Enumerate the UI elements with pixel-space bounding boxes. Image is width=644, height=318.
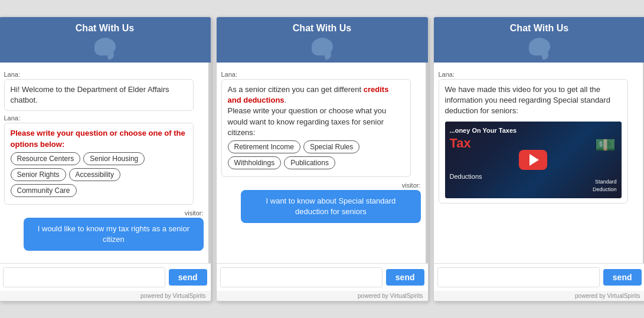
chat-widgets-container: Chat With Us Lana: Hi! Welcome to the De… bbox=[0, 17, 644, 301]
send-button-2[interactable]: send bbox=[386, 269, 424, 286]
lana-label-1b: Lana: bbox=[4, 114, 204, 122]
video-deductions-label: Deductions bbox=[450, 172, 482, 181]
chat-input-3[interactable] bbox=[437, 267, 600, 287]
chat-icon-1 bbox=[93, 36, 117, 57]
lana-bubble-3a: We have made this video for you to get a… bbox=[439, 79, 628, 204]
option-accessibility[interactable]: Accessibility bbox=[69, 168, 120, 181]
video-thumbnail[interactable]: ...oney On Your Taxes Tax Deductions 💵 S… bbox=[445, 122, 622, 198]
lana-label-2a: Lana: bbox=[221, 71, 421, 78]
option-withholdings[interactable]: Withholdings bbox=[228, 156, 282, 169]
chat-widget-3: Chat With Us Lana: We have made this vid… bbox=[433, 17, 645, 301]
chat-header-title-2: Chat With Us bbox=[293, 23, 351, 34]
lana-text-1a: Hi! Welcome to the Department of Elder A… bbox=[11, 85, 169, 104]
chat-header-2: Chat With Us bbox=[217, 17, 428, 63]
option-community-care[interactable]: Community Care bbox=[11, 184, 77, 197]
option-senior-housing[interactable]: Senior Housing bbox=[83, 152, 145, 165]
chat-header-1: Chat With Us bbox=[0, 17, 211, 63]
option-senior-rights[interactable]: Senior Rights bbox=[11, 168, 66, 181]
lana-label-1a: Lana: bbox=[4, 71, 204, 78]
chat-input-2[interactable] bbox=[220, 267, 383, 287]
chat-bubble-icon-2 bbox=[312, 38, 333, 55]
send-button-1[interactable]: send bbox=[169, 269, 207, 286]
chat-header-title-1: Chat With Us bbox=[76, 23, 134, 34]
lana-bubble-1a: Hi! Welcome to the Department of Elder A… bbox=[4, 79, 194, 111]
visitor-label-1: visitor: bbox=[4, 209, 204, 217]
lana-text-2a: As a senior citizen you can get differen… bbox=[228, 85, 389, 137]
chat-body-1: Lana: Hi! Welcome to the Department of E… bbox=[0, 63, 211, 263]
lana-text-3a: We have made this video for you to get a… bbox=[445, 85, 610, 115]
chat-input-area-1: send bbox=[0, 263, 211, 291]
powered-by-2: powered by VirtualSpirits bbox=[217, 291, 428, 301]
visitor-text-2: I want to know about Special standard de… bbox=[266, 196, 396, 216]
chat-header-title-3: Chat With Us bbox=[510, 23, 568, 34]
option-publications[interactable]: Publications bbox=[284, 156, 335, 169]
visitor-bubble-2: I want to know about Special standard de… bbox=[241, 190, 420, 223]
video-tax-label: Tax bbox=[450, 135, 471, 153]
option-resource-centers[interactable]: Resource Centers bbox=[11, 152, 81, 165]
options-row-2: Retirement Income Special Rules Withhold… bbox=[228, 140, 404, 169]
chat-widget-1: Chat With Us Lana: Hi! Welcome to the De… bbox=[0, 17, 211, 301]
visitor-bubble-1: I would like to know my tax rights as a … bbox=[24, 218, 203, 251]
video-money-icon: 💵 bbox=[595, 133, 616, 156]
chat-icon-2 bbox=[310, 36, 334, 57]
chat-bubble-icon-1 bbox=[94, 38, 116, 55]
video-standard-label: StandardDeduction bbox=[593, 178, 617, 193]
chat-bubble-icon-3 bbox=[529, 38, 550, 55]
option-retirement-income[interactable]: Retirement Income bbox=[228, 140, 300, 153]
chat-input-1[interactable] bbox=[3, 267, 165, 287]
visitor-label-2: visitor: bbox=[221, 182, 421, 189]
chat-widget-2: Chat With Us Lana: As a senior citizen y… bbox=[216, 17, 429, 301]
chat-body-3: Lana: We have made this video for you to… bbox=[434, 63, 645, 263]
send-button-3[interactable]: send bbox=[603, 269, 642, 286]
powered-by-3: powered by VirtualSpirits bbox=[434, 291, 645, 301]
lana-text-1b: Please write your question or choose one… bbox=[11, 129, 185, 148]
powered-by-1: powered by VirtualSpirits bbox=[0, 291, 211, 301]
lana-bubble-2a: As a senior citizen you can get differen… bbox=[221, 79, 411, 177]
chat-body-2: Lana: As a senior citizen you can get di… bbox=[217, 63, 428, 263]
options-row-1: Resource Centers Senior Housing Senior R… bbox=[11, 152, 187, 197]
chat-icon-3 bbox=[528, 36, 551, 57]
chat-input-area-2: send bbox=[217, 263, 428, 291]
lana-bubble-1b: Please write your question or choose one… bbox=[4, 123, 194, 204]
chat-header-3: Chat With Us bbox=[434, 17, 645, 63]
video-play-button[interactable] bbox=[519, 150, 547, 170]
option-special-rules[interactable]: Special Rules bbox=[303, 140, 359, 153]
chat-input-area-3: send bbox=[434, 263, 645, 291]
visitor-text-1: I would like to know my tax rights as a … bbox=[38, 224, 189, 244]
lana-label-3a: Lana: bbox=[439, 71, 638, 78]
